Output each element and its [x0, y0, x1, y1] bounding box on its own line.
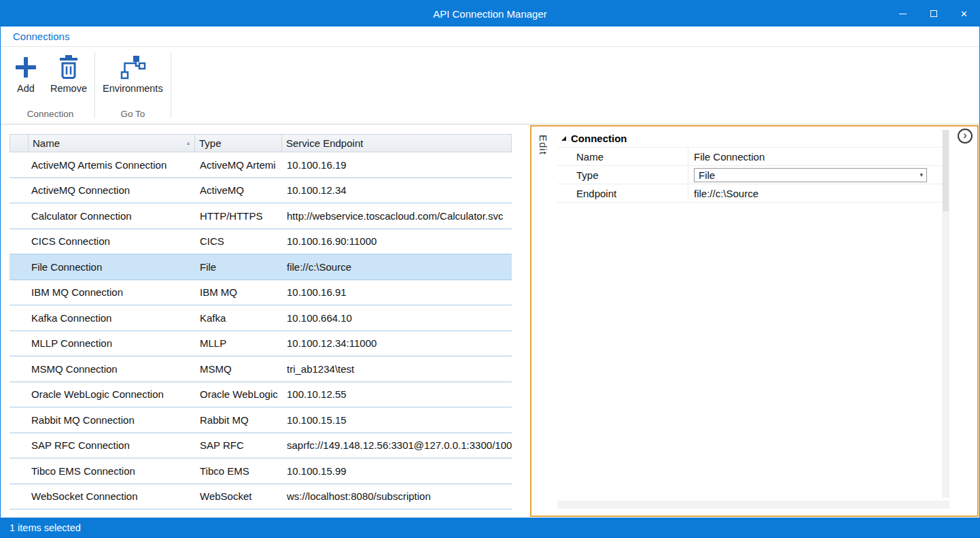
column-header-name[interactable]: Name ▲ [29, 135, 195, 152]
property-indent [557, 184, 571, 202]
maximize-button[interactable] [918, 1, 949, 27]
type-select[interactable]: File▾ [694, 168, 927, 182]
property-row: Endpointfile://c:\Source [557, 184, 942, 203]
ribbon: Add Remove Connection [1, 47, 979, 124]
category-row-connection[interactable]: Connection [557, 130, 942, 147]
cell-name: MLLP Connection [28, 331, 194, 356]
minimize-button[interactable] [888, 1, 918, 27]
cell-endpoint: 10.100.16.91 [281, 280, 512, 305]
ribbon-group-separator [171, 52, 171, 118]
cell-type: MLLP [194, 331, 281, 356]
add-button-label: Add [17, 83, 35, 94]
property-indent [557, 148, 571, 165]
ribbon-group-connection: Add Remove Connection [7, 47, 93, 124]
cell-type: Kafka [194, 305, 281, 331]
table-row[interactable]: CICS ConnectionCICS10.100.16.90:11000 [10, 229, 512, 255]
table-row[interactable]: File ConnectionFilefile://c:\Source [10, 254, 512, 280]
table-row[interactable]: MLLP ConnectionMLLP10.100.12.34:11000 [10, 331, 512, 357]
row-selector [10, 280, 28, 305]
row-selector [10, 382, 28, 407]
maximize-icon [930, 10, 937, 17]
table-row[interactable]: IBM MQ ConnectionIBM MQ10.100.16.91 [10, 280, 512, 306]
status-text: 1 items selected [10, 522, 81, 533]
cell-type: Oracle WebLogic [194, 382, 281, 407]
cell-type: MSMQ [194, 356, 281, 382]
cell-type: Tibco EMS [194, 458, 281, 484]
connections-table: Name ▲ Type Service Endpoint ActiveMQ Ar… [10, 134, 512, 509]
property-grid: NameFile ConnectionTypeFile▾Endpointfile… [557, 147, 942, 203]
trash-icon [58, 52, 80, 82]
table-row[interactable]: SAP RFC ConnectionSAP RFCsaprfc://149.14… [10, 433, 512, 459]
environments-button[interactable]: Environments [97, 50, 169, 95]
cell-name: File Connection [28, 254, 194, 280]
add-icon [14, 52, 38, 82]
tab-connections[interactable]: Connections [13, 31, 69, 42]
close-icon: ✕ [960, 10, 968, 18]
cell-name: WebSocket Connection [28, 484, 194, 509]
cell-name: SAP RFC Connection [28, 433, 194, 458]
titlebar[interactable]: API Connection Manager ✕ [1, 1, 979, 27]
vertical-scrollbar[interactable] [942, 130, 949, 498]
table-row[interactable]: WebSocket ConnectionWebSocketws://localh… [10, 484, 512, 510]
property-row: TypeFile▾ [557, 166, 942, 184]
row-selector [10, 458, 28, 484]
window-controls: ✕ [888, 1, 979, 27]
row-selector [10, 407, 28, 433]
table-row[interactable]: ActiveMQ ConnectionActiveMQ10.100.12.34 [10, 178, 512, 204]
connections-table-area: Name ▲ Type Service Endpoint ActiveMQ Ar… [1, 124, 512, 518]
main-content: Name ▲ Type Service Endpoint ActiveMQ Ar… [1, 124, 979, 518]
cell-name: MSMQ Connection [28, 356, 194, 382]
expander-icon[interactable] [561, 136, 566, 141]
environments-button-label: Environments [103, 83, 163, 94]
edit-tab[interactable]: Edit [538, 135, 549, 155]
table-row[interactable]: MSMQ ConnectionMSMQtri_ab1234\test [10, 356, 512, 382]
cell-endpoint: 10.100.15.15 [281, 407, 512, 433]
property-value: File▾ [688, 166, 942, 184]
property-value[interactable]: File Connection [688, 148, 942, 165]
row-selector [10, 229, 28, 254]
row-selector [10, 331, 28, 356]
group-label-connection: Connection [7, 106, 93, 124]
close-button[interactable]: ✕ [949, 1, 979, 27]
horizontal-scrollbar[interactable] [557, 501, 949, 509]
group-label-goto: Go To [97, 106, 169, 124]
vertical-scrollbar-thumb[interactable] [943, 130, 949, 212]
cell-endpoint: tri_ab1234\test [281, 356, 512, 382]
collapse-panel-button[interactable]: › [958, 129, 973, 144]
type-select-value: File [699, 169, 715, 181]
cell-type: WebSocket [194, 484, 281, 509]
window-title: API Connection Manager [1, 8, 979, 20]
row-selector [10, 254, 28, 280]
ribbon-group-goto: Environments Go To [97, 47, 169, 124]
menubar: Connections [1, 27, 979, 47]
table-row[interactable]: Calculator ConnectionHTTP/HTTPShttp://we… [10, 203, 512, 229]
row-selector [10, 433, 28, 458]
table-row[interactable]: Oracle WebLogic ConnectionOracle WebLogi… [10, 382, 512, 408]
column-header-type[interactable]: Type [195, 135, 282, 152]
cell-name: IBM MQ Connection [28, 280, 194, 305]
cell-endpoint: 10.100.16.90:11000 [281, 229, 512, 254]
property-value[interactable]: file://c:\Source [688, 184, 942, 202]
row-selector [10, 203, 28, 229]
remove-button[interactable]: Remove [44, 50, 93, 95]
table-row[interactable]: Kafka ConnectionKafka10.100.664.10 [10, 305, 512, 331]
row-selector [10, 178, 28, 203]
cell-type: SAP RFC [194, 433, 281, 458]
cell-endpoint: 10.100.16.19 [281, 152, 512, 178]
table-row[interactable]: Rabbit MQ ConnectionRabbit MQ10.100.15.1… [10, 407, 512, 433]
add-button[interactable]: Add [7, 50, 44, 95]
cell-name: CICS Connection [28, 229, 194, 254]
category-title: Connection [571, 133, 627, 144]
cell-name: Rabbit MQ Connection [28, 407, 194, 433]
cell-type: CICS [194, 229, 281, 254]
table-row[interactable]: Tibco EMS ConnectionTibco EMS10.100.15.9… [10, 458, 512, 484]
cell-endpoint: saprfc://149.148.12.56:3301@127.0.0.1:33… [281, 433, 512, 458]
cell-endpoint: 10.100.664.10 [281, 305, 512, 331]
table-row[interactable]: ActiveMQ Artemis ConnectionActiveMQ Arte… [10, 152, 512, 178]
column-header-endpoint[interactable]: Service Endpoint [282, 135, 511, 152]
cell-name: ActiveMQ Connection [28, 178, 194, 203]
property-label: Name [571, 148, 688, 165]
edit-panel: Edit Connection NameFile ConnectionTypeF… [530, 125, 979, 517]
app-window: API Connection Manager ✕ Connections Add [0, 0, 980, 538]
cell-type: Rabbit MQ [194, 407, 281, 433]
